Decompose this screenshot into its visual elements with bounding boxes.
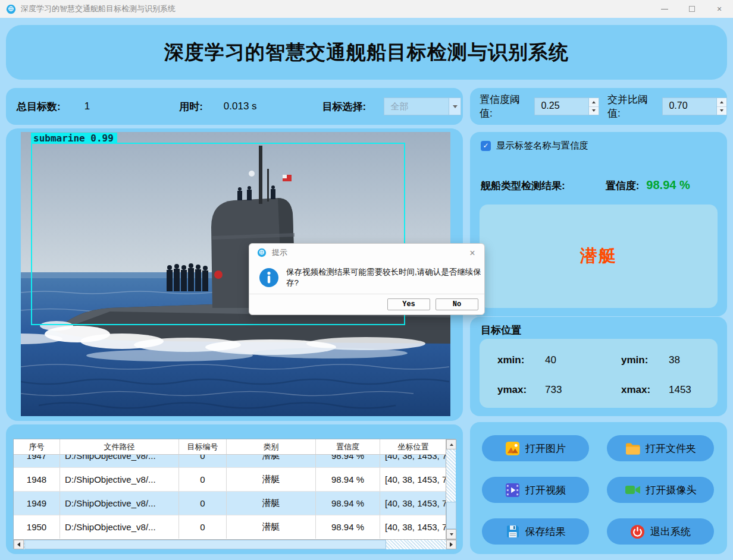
scroll-right-button[interactable] [446, 540, 456, 549]
horizontal-scroll-thumb[interactable] [24, 540, 386, 549]
exit-system-label: 退出系统 [650, 525, 691, 539]
cell-id: 0 [179, 515, 227, 539]
open-camera-label: 打开摄像头 [646, 483, 697, 497]
cell-seq: 1947 [14, 455, 60, 468]
cell-coord: [40, 38, 1453, 733] [380, 515, 446, 539]
class-name: 潜艇 [580, 244, 617, 268]
open-camera-button[interactable]: 打开摄像头 [607, 477, 714, 503]
target-select-dropdown[interactable]: 全部 [384, 97, 461, 115]
iou-threshold-spinbox[interactable]: 0.70 [662, 97, 727, 115]
scroll-up-icon [450, 443, 453, 446]
spinner-down-icon [592, 109, 596, 112]
cell-coord: [40, 38, 1453, 733] [380, 455, 446, 468]
close-icon: × [469, 248, 475, 258]
scroll-left-button[interactable] [14, 540, 24, 549]
cell-path: D:/ShipObjective_v8/... [60, 468, 179, 492]
total-targets-value: 1 [84, 100, 90, 112]
save-icon [506, 524, 520, 539]
page-title: 深度学习的智慧交通舰船目标检测与识别系统 [164, 39, 569, 66]
scroll-left-icon [17, 542, 20, 547]
xmin-value: 40 [545, 354, 556, 366]
vertical-scrollbar[interactable] [446, 439, 456, 539]
table-row[interactable]: 1949 D:/ShipObjective_v8/... 0 潜艇 98.94 … [14, 492, 446, 515]
scroll-down-button[interactable] [446, 529, 456, 539]
maximize-button[interactable] [678, 0, 706, 18]
iou-spin-up-button[interactable] [717, 98, 726, 107]
target-select-value: 全部 [384, 98, 449, 115]
dialog-message: 保存视频检测结果可能需要较长时间,请确认是否继续保存? [286, 267, 484, 288]
window-titlebar: 深度学习的智慧交通舰船目标检测与识别系统 × [0, 0, 733, 18]
confirm-dialog: 提示 × 保存视频检测结果可能需要较长时间,请确认是否继续保存? Yes No [249, 243, 485, 315]
vertical-scroll-thumb[interactable] [446, 502, 456, 529]
target-position-panel: 目标位置 xmin: 40 ymin: 38 ymax: 733 xmax: 1… [470, 317, 727, 416]
dialog-footer: Yes No [249, 294, 484, 314]
exit-system-button[interactable]: 退出系统 [607, 518, 714, 545]
cell-seq: 1948 [14, 468, 60, 492]
dialog-close-button[interactable]: × [466, 247, 478, 259]
open-video-label: 打开视频 [525, 483, 566, 497]
cell-path: D:/ShipObjective_v8/... [60, 515, 179, 539]
conf-spin-up-button[interactable] [589, 98, 599, 107]
ymax-value: 733 [545, 384, 562, 396]
conf-threshold-value: 0.25 [535, 98, 588, 115]
dialog-title: 提示 [272, 247, 287, 258]
actions-panel: 打开图片 打开文件夹 打开视频 打开摄像头 [470, 422, 727, 554]
spinner-up-icon [592, 101, 596, 103]
confidence-label: 置信度: [606, 179, 640, 193]
camera-icon [625, 483, 641, 496]
folder-icon [625, 441, 640, 455]
show-labels-label: 显示标签名称与置信度 [496, 140, 588, 152]
scroll-up-button[interactable] [446, 439, 456, 449]
cell-class: 潜艇 [227, 492, 316, 515]
save-result-button[interactable]: 保存结果 [482, 518, 589, 545]
ship-type-label: 舰船类型检测结果: [481, 179, 565, 193]
cell-id: 0 [179, 468, 227, 492]
open-folder-button[interactable]: 打开文件夹 [607, 435, 714, 461]
cell-id: 0 [179, 492, 227, 515]
table-row[interactable]: 1948 D:/ShipObjective_v8/... 0 潜艇 98.94 … [14, 468, 446, 492]
no-button[interactable]: No [436, 298, 478, 310]
col-header-path[interactable]: 文件路径 [60, 439, 179, 454]
class-result-box: 潜艇 [480, 205, 718, 308]
dropdown-arrow-button[interactable] [449, 98, 461, 115]
cell-coord: [40, 38, 1453, 733] [380, 468, 446, 492]
thresholds-bar: 置信度阈值: 0.25 交并比阈值: 0.70 [470, 88, 727, 125]
results-table: 序号 文件路径 目标编号 类别 置信度 坐标位置 1947 D:/ShipObj… [13, 439, 456, 549]
conf-spin-down-button[interactable] [589, 107, 599, 115]
close-button[interactable]: × [706, 0, 733, 18]
yes-button[interactable]: Yes [387, 298, 430, 310]
cell-conf: 98.94 % [316, 455, 380, 468]
time-label: 用时: [179, 100, 203, 114]
xmax-value: 1453 [669, 384, 691, 396]
power-icon [630, 524, 645, 539]
results-table-panel: 序号 文件路径 目标编号 类别 置信度 坐标位置 1947 D:/ShipObj… [6, 424, 463, 554]
col-header-coord[interactable]: 坐标位置 [380, 439, 446, 454]
minimize-button[interactable] [651, 0, 678, 18]
scroll-down-icon [450, 533, 453, 536]
horizontal-scrollbar[interactable] [14, 539, 456, 549]
minimize-icon [661, 9, 668, 10]
table-row[interactable]: 1950 D:/ShipObjective_v8/... 0 潜艇 98.94 … [14, 515, 446, 539]
iou-threshold-value: 0.70 [663, 98, 716, 115]
col-header-conf[interactable]: 置信度 [316, 439, 380, 454]
stats-bar: 总目标数: 1 用时: 0.013 s 目标选择: 全部 [6, 88, 463, 125]
show-labels-checkbox[interactable]: ✓ [481, 141, 491, 151]
detection-result-panel: ✓ 显示标签名称与置信度 舰船类型检测结果: 置信度: 98.94 % 潜艇 [470, 132, 727, 316]
time-value: 0.013 s [224, 100, 257, 112]
header-banner: 深度学习的智慧交通舰船目标检测与识别系统 [6, 25, 727, 80]
cell-class: 潜艇 [227, 515, 316, 539]
cell-path: D:/ShipObjective_v8/... [60, 492, 179, 515]
iou-spin-down-button[interactable] [717, 107, 726, 115]
open-video-button[interactable]: 打开视频 [482, 477, 589, 503]
open-image-button[interactable]: 打开图片 [482, 435, 589, 461]
conf-threshold-spinbox[interactable]: 0.25 [534, 97, 599, 115]
app-icon [257, 248, 267, 257]
col-header-id[interactable]: 目标编号 [179, 439, 227, 454]
cell-class: 潜艇 [227, 455, 316, 468]
col-header-seq[interactable]: 序号 [14, 439, 60, 454]
table-row[interactable]: 1947 D:/ShipObjective_v8/... 0 潜艇 98.94 … [14, 455, 446, 468]
xmin-label: xmin: [497, 354, 524, 366]
cell-class: 潜艇 [227, 468, 316, 492]
col-header-class[interactable]: 类别 [227, 439, 316, 454]
cell-coord: [40, 38, 1453, 733] [380, 492, 446, 515]
